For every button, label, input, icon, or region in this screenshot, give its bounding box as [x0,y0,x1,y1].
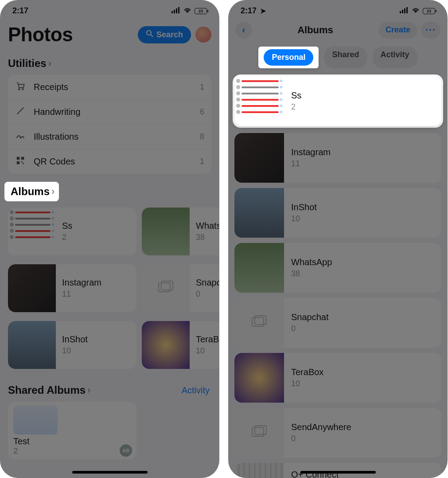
utility-row-handwriting[interactable]: Handwriting 6 [8,100,211,125]
album-title: Ss [291,90,301,101]
battery-icon: 23 [423,8,435,14]
svg-rect-15 [400,11,401,13]
chevron-left-icon: ‹ [242,24,245,36]
album-title: Snapchat [291,312,329,322]
album-count: 11 [62,290,101,299]
page-title: Photos [8,24,73,46]
location-icon: ➤ [260,7,266,15]
segment-shared[interactable]: Shared [324,47,367,68]
utility-row-illustrations[interactable]: Illustrations 8 [8,125,211,149]
profile-avatar[interactable] [195,27,211,43]
home-indicator[interactable] [72,471,148,474]
create-button[interactable]: Create [378,22,417,39]
album-row-instagram[interactable]: Instagram 11 [234,133,441,183]
album-thumb [234,408,284,458]
shared-albums-heading[interactable]: Shared Albums › Activity [0,380,219,402]
svg-line-5 [151,35,153,37]
album-thumb [234,298,284,348]
album-thumb [234,353,284,403]
wifi-icon [183,6,192,16]
album-card-whatsapp[interactable]: WhatsApp 38 [142,208,219,255]
albums-row-1[interactable]: Ss 2 WhatsApp 38 [0,205,219,258]
album-thumb [234,463,284,478]
albums-row-2[interactable]: Instagram 11 Snapchat 0 [0,262,219,315]
album-row-terabox[interactable]: TeraBox 10 [234,353,441,403]
activity-link[interactable]: Activity [182,385,210,396]
segment-personal[interactable]: Personal [264,49,313,66]
album-row-highlight: Ss 2 [233,74,443,128]
photos-placeholder-icon [251,315,267,331]
back-button[interactable]: ‹ [235,22,252,39]
album-count: 10 [291,214,317,223]
svg-rect-16 [402,10,403,13]
album-thumb [234,133,284,183]
more-button[interactable]: ··· [421,22,440,39]
search-label: Search [156,30,183,39]
albums-heading[interactable]: Albums › [11,185,55,198]
search-icon [146,30,154,40]
handwriting-icon [15,106,26,118]
shared-album-card-test[interactable]: Test 2 AB [8,402,136,459]
album-row-ss[interactable]: Ss 2 [234,76,441,126]
album-row-sendanywhere[interactable]: SendAnywhere 0 [234,408,441,458]
ellipsis-icon: ··· [425,24,436,36]
album-row-whatsapp[interactable]: WhatsApp 38 [234,243,441,293]
svg-point-4 [147,31,151,35]
segment-activity[interactable]: Activity [373,47,417,68]
status-bar: 2:17 ➤ 23 [228,0,448,19]
album-count: 0 [196,290,219,299]
svg-rect-1 [174,10,175,13]
album-card-ss[interactable]: Ss 2 [8,208,136,255]
album-count: 0 [291,324,329,333]
albums-app-screen: 2:17 ➤ 23 ‹ Albums Create ··· Personal [228,0,448,478]
chevron-right-icon: › [48,58,51,69]
album-thumb [234,188,284,238]
album-count: 10 [196,346,219,356]
utility-row-receipts[interactable]: Receipts 1 [8,75,211,100]
svg-rect-9 [21,157,24,160]
battery-icon: 23 [195,8,207,14]
svg-point-7 [22,89,23,90]
album-card-snapchat[interactable]: Snapchat 0 [142,264,219,312]
album-thumb [142,264,190,312]
album-title: Instagram [62,278,101,288]
albums-heading-highlight: Albums › [4,182,59,201]
album-title: InShot [291,202,317,212]
svg-rect-10 [17,161,19,164]
search-button[interactable]: Search [138,26,191,43]
chevron-right-icon: › [87,384,90,396]
photos-app-screen: 2:17 23 Photos Search Utilities › [0,0,219,478]
albums-row-3[interactable]: InShot 10 TeraBox 10 [0,318,219,372]
svg-rect-8 [17,157,19,160]
album-card-instagram[interactable]: Instagram 11 [8,264,136,312]
album-count: 38 [291,269,332,278]
page-title: Albums [297,24,333,36]
cellular-icon [171,6,180,16]
album-row-inshot[interactable]: InShot 10 [234,188,441,238]
utility-row-qrcodes[interactable]: QR Codes 1 [8,149,211,174]
photos-placeholder-icon [158,280,174,297]
album-count: 2 [13,447,131,456]
album-count: 2 [291,102,301,112]
album-row-snapchat[interactable]: Snapchat 0 [234,298,441,348]
album-title: Snapchat [196,278,219,288]
svg-rect-11 [21,161,23,163]
album-card-terabox[interactable]: TeraBox 10 [142,321,219,369]
album-title: Instagram [291,147,331,157]
album-count: 2 [62,233,72,242]
album-title: SendAnywhere [291,422,351,432]
album-thumb [13,405,58,435]
album-row-oconnect[interactable]: O+ Connect [234,463,441,478]
qrcodes-icon [15,156,26,168]
albums-list[interactable]: Ss 2 Instagram 11 InShot 10 WhatsApp [228,74,448,478]
album-thumb [234,76,284,126]
home-indicator[interactable] [300,471,376,474]
svg-rect-3 [178,7,179,13]
segment-highlight: Personal [258,47,319,68]
album-thumb [8,321,56,369]
album-card-inshot[interactable]: InShot 10 [8,321,136,369]
receipts-icon [15,81,26,93]
utilities-heading[interactable]: Utilities › [0,54,219,75]
album-title: InShot [62,334,88,345]
album-thumb [142,208,190,255]
